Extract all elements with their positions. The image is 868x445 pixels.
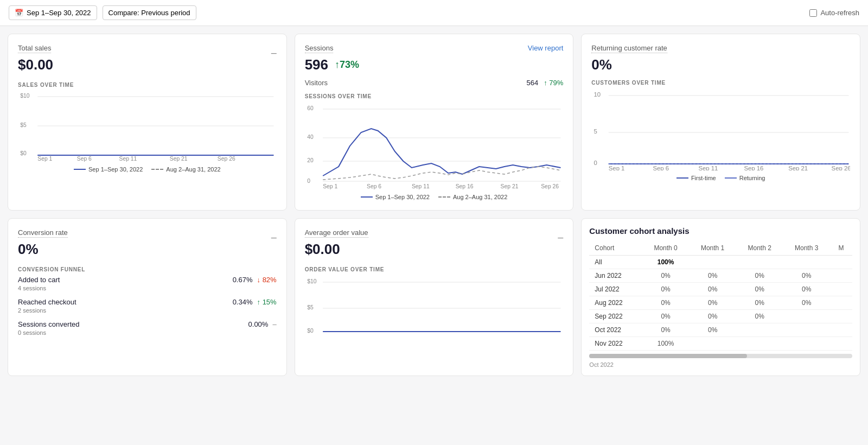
svg-text:Sep 6: Sep 6 — [653, 166, 669, 170]
funnel-pct-2: 0.00% — [248, 320, 269, 328]
cohort-cell-nov2022-m2 — [736, 337, 783, 351]
svg-text:Sep 21: Sep 21 — [500, 183, 518, 189]
returning-label: Returning — [739, 175, 765, 181]
cohort-row-sep2022: Sep 2022 0% 0% 0% — [589, 310, 852, 323]
sessions-change: ↑73% — [335, 59, 359, 71]
svg-text:$0: $0 — [307, 328, 314, 334]
funnel-right-2: 0.00% – — [248, 320, 277, 328]
cohort-cell-oct2022-m4 — [830, 323, 852, 337]
svg-text:Sep 11: Sep 11 — [412, 183, 430, 189]
cohort-col-m2: Month 2 — [736, 241, 783, 256]
cohort-cell-jun2022-m4 — [830, 269, 852, 283]
legend-current-label: Sep 1–Sep 30, 2022 — [88, 166, 143, 173]
svg-text:10: 10 — [594, 92, 601, 98]
compare-label: Compare: Previous period — [108, 9, 190, 17]
cohort-row-all: All 100% — [589, 256, 852, 269]
sessions-legend-prev: Aug 2–Aug 31, 2022 — [438, 194, 507, 200]
returning-legend-first: First-time — [676, 175, 716, 181]
returning-card: Returning customer rate 0% CUSTOMERS OVE… — [581, 34, 860, 211]
date-range-button[interactable]: 📅 Sep 1–Sep 30, 2022 — [9, 5, 97, 20]
avg-order-value: $0.00 — [305, 241, 340, 258]
cohort-cell-all-m0: 100% — [642, 256, 690, 269]
returning-title: Returning customer rate — [591, 44, 667, 53]
cohort-cell-nov2022-m3 — [783, 337, 830, 351]
cohort-cell-all-m3 — [783, 256, 830, 269]
svg-text:5: 5 — [594, 129, 597, 135]
cohort-cell-oct2022-m1: 0% — [689, 323, 736, 337]
cohort-cell-sep2022-m0: 0% — [642, 310, 690, 323]
funnel-label-2: Sessions converted — [18, 320, 79, 328]
sessions-legend: Sep 1–Sep 30, 2022 Aug 2–Aug 31, 2022 — [305, 194, 564, 200]
avg-order-title: Average order value — [305, 228, 368, 238]
cohort-cell-oct2022-name: Oct 2022 — [589, 323, 642, 337]
cohort-footer: Oct 2022 — [589, 361, 852, 368]
svg-text:Sep 11: Sep 11 — [699, 166, 718, 170]
cohort-cell-nov2022-name: Nov 2022 — [589, 337, 642, 351]
cohort-scrollbar[interactable] — [589, 354, 852, 358]
sales-chart-svg: $10 $5 $0 Sep 1 Sep 6 Sep 11 Sep 21 Sep … — [18, 91, 277, 162]
svg-text:Sep 21: Sep 21 — [789, 166, 808, 170]
cohort-cell-jul2022-m0: 0% — [642, 283, 690, 296]
returning-chart: 10 5 0 Sep 1 Sep 6 Sep 11 Sep 16 Sep 21 … — [591, 89, 850, 170]
svg-text:40: 40 — [307, 134, 314, 140]
returning-legend-returning: Returning — [725, 175, 765, 181]
cohort-cell-nov2022-m0: 100% — [642, 337, 690, 351]
svg-text:Sep 1: Sep 1 — [37, 156, 52, 162]
funnel-left-1: Reached checkout 2 sessions — [18, 298, 76, 314]
cohort-cell-sep2022-m4 — [830, 310, 852, 323]
conversion-title: Conversion rate — [18, 228, 68, 238]
cohort-row-jun2022: Jun 2022 0% 0% 0% 0% — [589, 269, 852, 283]
view-report-link[interactable]: View report — [528, 44, 564, 52]
avg-order-chart: $10 $5 $0 — [305, 276, 564, 335]
cohort-col-cohort: Cohort — [589, 241, 642, 256]
cohort-table: Cohort Month 0 Month 1 Month 2 Month 3 M… — [589, 241, 852, 351]
funnel-label-0: Added to cart — [18, 276, 60, 284]
svg-text:Sep 26: Sep 26 — [218, 156, 235, 162]
returning-chart-svg: 10 5 0 Sep 1 Sep 6 Sep 11 Sep 16 Sep 21 … — [591, 89, 850, 170]
avg-order-minus[interactable]: – — [558, 232, 563, 243]
sessions-legend-prev-line — [438, 196, 450, 198]
svg-text:0: 0 — [594, 160, 597, 166]
top-bar-left: 📅 Sep 1–Sep 30, 2022 Compare: Previous p… — [9, 5, 196, 20]
funnel-pct-1: 0.34% — [233, 298, 253, 306]
sessions-legend-current: Sep 1–Sep 30, 2022 — [361, 194, 430, 200]
cohort-cell-oct2022-m3 — [783, 323, 830, 337]
cohort-title: Customer cohort analysis — [589, 226, 852, 236]
svg-text:Sep 1: Sep 1 — [609, 166, 625, 170]
cohort-cell-aug2022-m4 — [830, 296, 852, 310]
avg-chart-svg: $10 $5 $0 — [305, 276, 564, 335]
svg-text:$0: $0 — [20, 150, 27, 156]
funnel-sub-0: 4 sessions — [18, 285, 60, 291]
top-bar: 📅 Sep 1–Sep 30, 2022 Compare: Previous p… — [0, 0, 868, 26]
funnel-change-2: – — [272, 320, 276, 328]
svg-text:$10: $10 — [307, 278, 317, 284]
funnel-row-1: Reached checkout 2 sessions 0.34% ↑ 15% — [18, 298, 277, 314]
cohort-cell-nov2022-m1 — [689, 337, 736, 351]
funnel-pct-0: 0.67% — [233, 276, 253, 284]
total-sales-card: Total sales $0.00 – SALES OVER TIME $10 … — [8, 34, 287, 211]
sessions-legend-current-label: Sep 1–Sep 30, 2022 — [375, 194, 430, 200]
total-sales-minus[interactable]: – — [271, 47, 277, 59]
compare-button[interactable]: Compare: Previous period — [103, 5, 196, 20]
conversion-minus[interactable]: – — [271, 232, 277, 243]
svg-text:0: 0 — [307, 178, 310, 184]
sessions-legend-current-line — [361, 196, 373, 198]
legend-prev-line — [151, 169, 163, 170]
svg-text:Sep 6: Sep 6 — [77, 156, 92, 162]
total-sales-value: $0.00 — [18, 56, 53, 73]
cohort-cell-all-name: All — [589, 256, 642, 269]
funnel-right-1: 0.34% ↑ 15% — [233, 298, 277, 306]
cohort-row-nov2022: Nov 2022 100% — [589, 337, 852, 351]
cohort-cell-oct2022-m0: 0% — [642, 323, 690, 337]
sessions-chart-svg: 60 40 20 0 Sep 1 Sep 6 Sep 11 Sep 16 Sep… — [305, 103, 564, 189]
cohort-row-jul2022: Jul 2022 0% 0% 0% 0% — [589, 283, 852, 296]
sales-over-time-label: SALES OVER TIME — [18, 82, 277, 88]
cohort-cell-jun2022-m3: 0% — [783, 269, 830, 283]
first-time-line — [676, 177, 688, 179]
auto-refresh-checkbox[interactable] — [809, 9, 817, 17]
returning-line — [725, 177, 737, 179]
conversion-value: 0% — [18, 241, 39, 258]
svg-text:Sep 21: Sep 21 — [170, 156, 188, 162]
svg-text:Sep 11: Sep 11 — [119, 156, 137, 162]
funnel-label-1: Reached checkout — [18, 298, 76, 306]
